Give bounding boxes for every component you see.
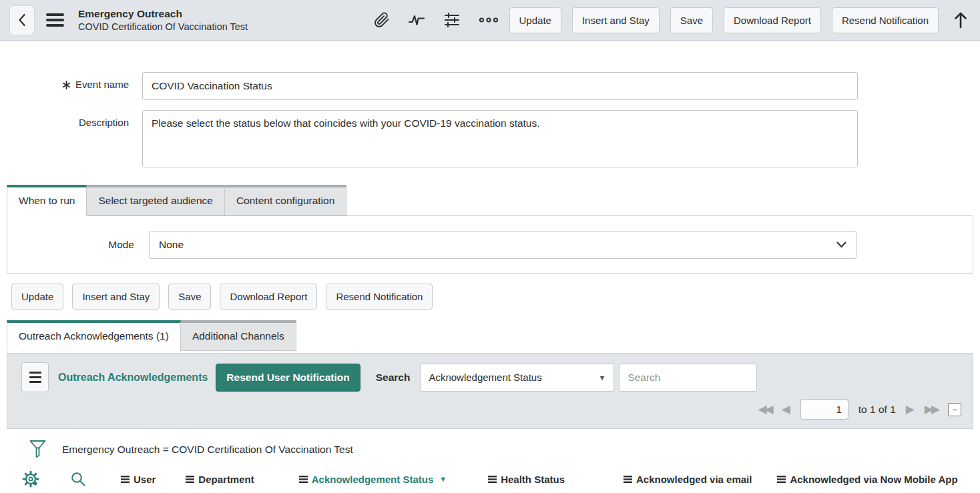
record-title-block: Emergency Outreach COVID Certification O… [78, 7, 248, 33]
first-page-icon[interactable]: ◀◀ [758, 404, 772, 415]
context-menu-icon[interactable] [46, 11, 64, 29]
update-button[interactable]: Update [509, 7, 561, 33]
column-header-health-status-label: Health Status [501, 474, 565, 485]
description-label-text: Description [79, 117, 129, 128]
form-body: Event name Description Please select the… [0, 41, 980, 167]
required-icon [62, 81, 71, 89]
column-header-acknowledgement-status[interactable]: Acknowledgement Status ▼ [299, 474, 447, 485]
search-column-select[interactable]: Acknowledgement Status ▼ [420, 364, 614, 392]
resend-notification-button[interactable]: Resend Notification [832, 7, 939, 33]
column-header-user-label: User [134, 474, 156, 485]
sort-descending-icon: ▼ [439, 475, 447, 483]
gear-icon[interactable] [22, 470, 39, 488]
column-header-acknowledged-via-now-mobile-app[interactable]: Acknowledged via Now Mobile App [777, 474, 957, 485]
event-name-label: Event name [0, 72, 129, 100]
list-search-input[interactable] [619, 364, 757, 392]
primary-tab-bar: When to run Select targeted audience Con… [7, 185, 980, 215]
activity-icon[interactable] [408, 12, 425, 28]
personalize-icon[interactable] [443, 12, 461, 28]
list-column-header-row: User Department Acknowledgement Status ▼… [0, 467, 980, 491]
scroll-to-top-icon[interactable] [953, 11, 968, 29]
related-list-panel: Outreach Acknowledgements Resend User No… [7, 353, 973, 429]
form-header-bar: Emergency Outreach COVID Certification O… [0, 0, 980, 41]
footer-button-group: Update Insert and Stay Save Download Rep… [11, 284, 980, 310]
mode-select-value: None [159, 239, 184, 251]
column-header-acknowledged-via-now-mobile-app-label: Acknowledged via Now Mobile App [790, 474, 957, 485]
more-options-icon[interactable] [479, 16, 499, 24]
collapse-list-icon[interactable]: − [948, 403, 961, 416]
select-caret-icon: ▼ [598, 374, 605, 382]
list-context-menu-icon[interactable] [21, 362, 49, 392]
column-header-acknowledgement-status-label: Acknowledgement Status [312, 474, 434, 485]
column-menu-icon[interactable] [777, 476, 786, 483]
tab-select-targeted-audience[interactable]: Select targeted audience [87, 185, 224, 215]
mode-select[interactable]: None [149, 231, 856, 259]
column-menu-icon[interactable] [624, 476, 632, 483]
last-page-icon[interactable]: ▶▶ [925, 404, 938, 415]
related-list-title-link[interactable]: Outreach Acknowledgements [58, 372, 208, 384]
column-header-health-status[interactable]: Health Status [488, 474, 565, 485]
chevron-down-icon [836, 241, 846, 248]
header-icon-group [374, 12, 499, 28]
filter-funnel-icon[interactable] [29, 440, 46, 459]
previous-page-icon[interactable]: ◀ [782, 404, 790, 415]
column-header-user[interactable]: User [121, 474, 156, 485]
back-button[interactable] [9, 5, 35, 35]
page-number-input[interactable] [800, 399, 848, 420]
download-report-button[interactable]: Download Report [724, 7, 821, 33]
list-search-label: Search [376, 372, 411, 384]
related-list-tab-bar: Outreach Acknowledgements (1) Additional… [7, 320, 980, 351]
attachment-icon[interactable] [374, 12, 390, 28]
download-report-button-footer[interactable]: Download Report [220, 284, 317, 310]
save-button-footer[interactable]: Save [168, 284, 211, 310]
column-header-department-label: Department [198, 474, 254, 485]
event-name-row: Event name [0, 72, 980, 100]
insert-and-stay-button-footer[interactable]: Insert and Stay [72, 284, 160, 310]
when-to-run-panel: Mode None [7, 215, 973, 274]
resend-user-notification-button[interactable]: Resend User Notification [216, 364, 360, 392]
insert-and-stay-button[interactable]: Insert and Stay [572, 7, 660, 33]
search-icon[interactable] [70, 471, 87, 488]
tab-when-to-run[interactable]: When to run [7, 185, 87, 216]
column-header-acknowledged-via-email[interactable]: Acknowledged via email [624, 474, 752, 485]
tab-outreach-acknowledgements[interactable]: Outreach Acknowledgements (1) [7, 320, 181, 352]
update-button-footer[interactable]: Update [11, 284, 63, 310]
column-menu-icon[interactable] [488, 476, 497, 483]
description-label: Description [0, 110, 129, 167]
filter-condition-text[interactable]: Emergency Outreach = COVID Certification… [62, 444, 353, 456]
event-name-input[interactable] [142, 72, 858, 100]
back-icon [17, 13, 27, 27]
resend-notification-button-footer[interactable]: Resend Notification [326, 284, 433, 310]
page-subtitle: COVID Certification Of Vaccination Test [78, 21, 248, 33]
page-title: Emergency Outreach [78, 7, 248, 20]
column-menu-icon[interactable] [121, 476, 130, 483]
header-button-group: Update Insert and Stay Save Download Rep… [509, 7, 939, 33]
pagination-range-text: to 1 of 1 [859, 404, 896, 416]
next-page-icon[interactable]: ▶ [906, 404, 915, 415]
description-textarea[interactable]: Please select the status below that coin… [142, 110, 858, 167]
related-list-toolbar: Outreach Acknowledgements Resend User No… [7, 354, 973, 395]
list-filter-row: Emergency Outreach = COVID Certification… [29, 440, 980, 459]
description-row: Description Please select the status bel… [0, 110, 980, 167]
search-column-value: Acknowledgement Status [429, 372, 541, 383]
column-menu-icon[interactable] [299, 476, 308, 483]
column-menu-icon[interactable] [186, 476, 194, 483]
tab-additional-channels[interactable]: Additional Channels [181, 320, 296, 351]
column-header-acknowledged-via-email-label: Acknowledged via email [636, 474, 752, 485]
save-button[interactable]: Save [670, 7, 713, 33]
tab-content-configuration[interactable]: Content configuration [224, 185, 346, 215]
event-name-label-text: Event name [75, 79, 129, 90]
list-pagination: ◀◀ ◀ to 1 of 1 ▶ ▶▶ − [7, 395, 973, 428]
column-header-department[interactable]: Department [186, 474, 254, 485]
mode-label: Mode [7, 239, 134, 251]
